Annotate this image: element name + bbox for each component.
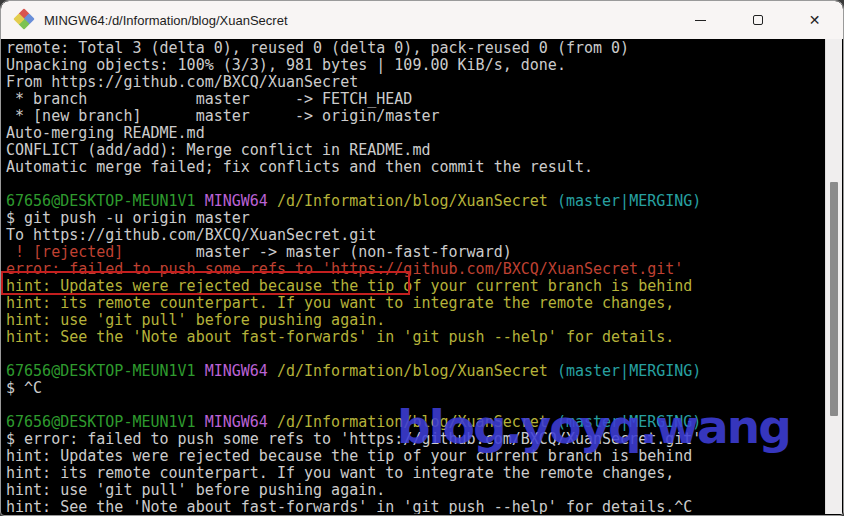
scrollbar[interactable] (825, 39, 842, 514)
terminal-line (6, 346, 825, 363)
msys2-diamond-icon (14, 10, 34, 30)
terminal-line: 67656@DESKTOP-MEUN1V1 MINGW64 /d/Informa… (6, 193, 825, 210)
terminal-line: remote: Total 3 (delta 0), reused 0 (del… (6, 40, 825, 57)
terminal-line: ! [rejected] master -> master (non-fast-… (6, 244, 825, 261)
terminal-line (6, 176, 825, 193)
minimize-icon (695, 20, 706, 21)
terminal-line (6, 397, 825, 414)
terminal-line: $ error: failed to push some refs to 'ht… (6, 431, 825, 448)
window-title: MINGW64:/d/Information/blog/XuanSecret (44, 13, 288, 28)
terminal-line: Auto-merging README.md (6, 125, 825, 142)
terminal-line: $ git push -u origin master (6, 210, 825, 227)
minimize-button[interactable] (672, 1, 729, 39)
terminal-line: hint: use 'git pull' before pushing agai… (6, 312, 825, 329)
terminal-line: Unpacking objects: 100% (3/3), 981 bytes… (6, 57, 825, 74)
terminal-line: 67656@DESKTOP-MEUN1V1 MINGW64 /d/Informa… (6, 414, 825, 431)
terminal-line: hint: its remote counterpart. If you wan… (6, 295, 825, 312)
terminal-line: hint: its remote counterpart. If you wan… (6, 465, 825, 482)
terminal-line: hint: Updates were rejected because the … (6, 448, 825, 465)
terminal-line: From https://github.com/BXCQ/XuanSecret (6, 74, 825, 91)
terminal-line: * [new branch] master -> origin/master (6, 108, 825, 125)
terminal-line: hint: See the 'Note about fast-forwards'… (6, 499, 825, 514)
terminal-line: * branch master -> FETCH_HEAD (6, 91, 825, 108)
close-icon: ✕ (809, 13, 821, 27)
terminal-line: 67656@DESKTOP-MEUN1V1 MINGW64 /d/Informa… (6, 363, 825, 380)
terminal-output[interactable]: remote: Total 3 (delta 0), reused 0 (del… (2, 39, 825, 514)
terminal-line: CONFLICT (add/add): Merge conflict in RE… (6, 142, 825, 159)
maximize-button[interactable] (729, 1, 786, 39)
terminal-line: To https://github.com/BXCQ/XuanSecret.gi… (6, 227, 825, 244)
window-controls: ✕ (672, 1, 843, 39)
terminal-line: error: failed to push some refs to 'http… (6, 261, 825, 278)
close-button[interactable]: ✕ (786, 1, 843, 39)
terminal-line: hint: Updates were rejected because the … (6, 278, 825, 295)
terminal-line: $ ^C (6, 380, 825, 397)
mingw64-terminal-window: MINGW64:/d/Information/blog/XuanSecret ✕… (0, 0, 844, 516)
titlebar[interactable]: MINGW64:/d/Information/blog/XuanSecret ✕ (1, 1, 843, 39)
maximize-icon (753, 15, 763, 25)
terminal-line: hint: use 'git pull' before pushing agai… (6, 482, 825, 499)
terminal-line: hint: See the 'Note about fast-forwards'… (6, 329, 825, 346)
terminal-line: Automatic merge failed; fix conflicts an… (6, 159, 825, 176)
scrollbar-thumb[interactable] (830, 182, 838, 416)
